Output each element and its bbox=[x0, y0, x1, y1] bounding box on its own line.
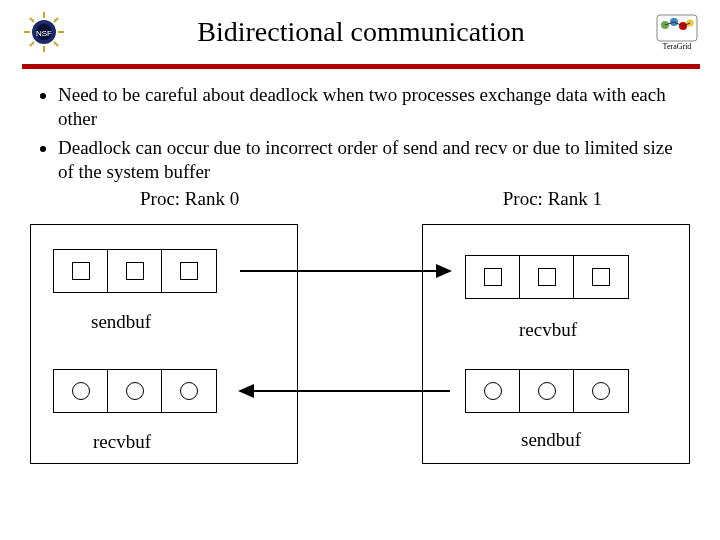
bullet-list: Need to be careful about deadlock when t… bbox=[0, 83, 720, 184]
buf-cell bbox=[162, 250, 216, 292]
svg-line-10 bbox=[30, 42, 34, 46]
buf-cell bbox=[520, 370, 574, 412]
diagram-area: sendbuf recvbuf recvbuf sendbuf bbox=[30, 218, 690, 474]
svg-line-7 bbox=[30, 18, 34, 22]
proc-label-row: Proc: Rank 0 Proc: Rank 1 bbox=[0, 188, 720, 210]
proc0-sendbuf-row bbox=[53, 249, 217, 293]
buf-cell bbox=[466, 256, 520, 298]
square-icon bbox=[180, 262, 198, 280]
buf-cell bbox=[466, 370, 520, 412]
svg-line-8 bbox=[54, 42, 58, 46]
proc1-box: recvbuf sendbuf bbox=[422, 224, 690, 464]
square-icon bbox=[126, 262, 144, 280]
buf-cell bbox=[574, 370, 628, 412]
square-icon bbox=[484, 268, 502, 286]
proc1-label: Proc: Rank 1 bbox=[503, 188, 602, 210]
teragrid-label: TeraGrid bbox=[663, 42, 692, 51]
circle-icon bbox=[484, 382, 502, 400]
proc1-sendbuf-label: sendbuf bbox=[521, 429, 581, 451]
proc0-recvbuf-label: recvbuf bbox=[93, 431, 151, 453]
header-divider bbox=[22, 64, 700, 69]
proc1-recvbuf-label: recvbuf bbox=[519, 319, 577, 341]
buf-cell bbox=[162, 370, 216, 412]
arrow-right-icon bbox=[240, 270, 450, 272]
svg-line-9 bbox=[54, 18, 58, 22]
teragrid-logo-icon: TeraGrid bbox=[656, 14, 698, 51]
square-icon bbox=[538, 268, 556, 286]
buf-cell bbox=[54, 370, 108, 412]
circle-icon bbox=[72, 382, 90, 400]
proc1-recvbuf-row bbox=[465, 255, 629, 299]
circle-icon bbox=[126, 382, 144, 400]
circle-icon bbox=[592, 382, 610, 400]
slide-title: Bidirectional communication bbox=[66, 16, 656, 48]
arrow-left-icon bbox=[240, 390, 450, 392]
bullet-item: Deadlock can occur due to incorrect orde… bbox=[58, 136, 690, 185]
buf-cell bbox=[108, 250, 162, 292]
buf-cell bbox=[108, 370, 162, 412]
buf-cell bbox=[54, 250, 108, 292]
proc0-label: Proc: Rank 0 bbox=[140, 188, 239, 210]
buf-cell bbox=[574, 256, 628, 298]
slide-header: NSF Bidirectional communication TeraGrid bbox=[0, 0, 720, 58]
nsf-logo-icon: NSF bbox=[22, 10, 66, 54]
buf-cell bbox=[520, 256, 574, 298]
circle-icon bbox=[180, 382, 198, 400]
square-icon bbox=[72, 262, 90, 280]
proc1-sendbuf-row bbox=[465, 369, 629, 413]
bullet-item: Need to be careful about deadlock when t… bbox=[58, 83, 690, 132]
proc0-recvbuf-row bbox=[53, 369, 217, 413]
svg-text:NSF: NSF bbox=[36, 29, 52, 38]
circle-icon bbox=[538, 382, 556, 400]
square-icon bbox=[592, 268, 610, 286]
proc0-box: sendbuf recvbuf bbox=[30, 224, 298, 464]
proc0-sendbuf-label: sendbuf bbox=[91, 311, 151, 333]
